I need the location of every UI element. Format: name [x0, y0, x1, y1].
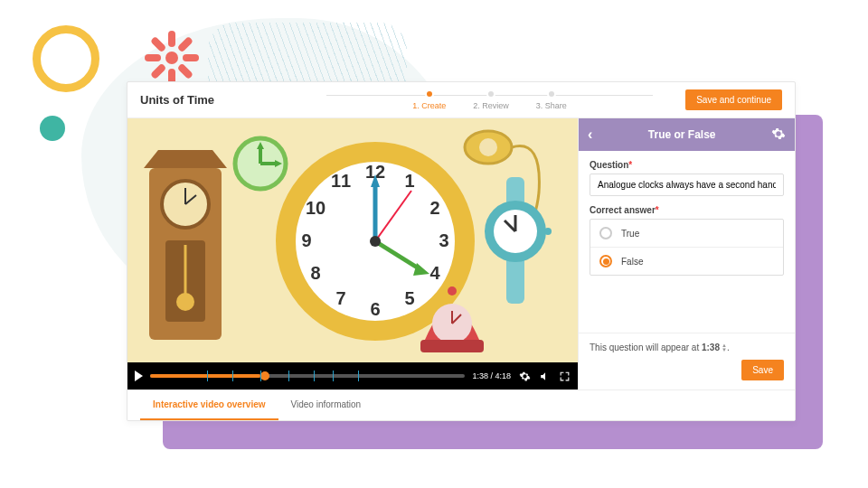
time-display: 1:38 / 4:18 [472, 371, 511, 380]
radio-icon [599, 227, 612, 239]
panel-body: Question* Correct answer* True False [579, 151, 795, 333]
answer-option-false[interactable]: False [590, 248, 783, 275]
panel-header: ‹ True or False [579, 118, 795, 151]
svg-rect-1 [168, 31, 175, 47]
panel-title: True or False [648, 128, 716, 141]
panel-footer: This question will appear at 1:38▲▼. Sav… [579, 333, 795, 389]
back-icon[interactable]: ‹ [588, 127, 592, 143]
progress-handle[interactable] [260, 371, 269, 380]
answer-options: True False [590, 219, 784, 276]
svg-text:5: 5 [404, 288, 414, 308]
svg-point-44 [479, 138, 497, 156]
svg-rect-55 [420, 340, 484, 352]
page-title: Units of Time [140, 93, 294, 107]
save-continue-button[interactable]: Save and continue [685, 89, 782, 110]
stepper-arrows-icon[interactable]: ▲▼ [722, 343, 727, 352]
svg-rect-3 [145, 54, 161, 61]
step-share[interactable]: 3. Share [536, 89, 567, 110]
svg-marker-11 [144, 150, 227, 168]
svg-point-51 [544, 228, 552, 235]
svg-text:10: 10 [306, 198, 326, 218]
video-column: 12 1 2 3 4 5 6 7 8 9 10 11 [127, 118, 578, 389]
gear-icon[interactable] [771, 127, 786, 144]
svg-text:7: 7 [335, 288, 345, 308]
decor-flower-icon [143, 29, 201, 87]
tab-overview[interactable]: Interactive video overview [140, 390, 278, 420]
progress-fill [150, 374, 260, 378]
svg-text:8: 8 [310, 263, 320, 283]
svg-point-17 [176, 293, 194, 311]
svg-point-0 [165, 52, 178, 64]
volume-icon[interactable] [538, 370, 551, 382]
app-header: Units of Time 1. Create 2. Review 3. Sha… [127, 82, 795, 118]
svg-rect-5 [177, 36, 193, 52]
svg-text:3: 3 [439, 230, 448, 250]
fullscreen-icon[interactable] [558, 370, 571, 382]
question-panel: ‹ True or False Question* Correct answer… [578, 118, 795, 389]
step-create[interactable]: 1. Create [412, 89, 446, 110]
save-button[interactable]: Save [741, 360, 784, 380]
svg-text:11: 11 [331, 171, 351, 191]
progress-bar[interactable] [150, 374, 465, 378]
svg-rect-6 [150, 63, 166, 80]
video-frame[interactable]: 12 1 2 3 4 5 6 7 8 9 10 11 [127, 118, 578, 362]
svg-text:9: 9 [301, 230, 311, 250]
question-label: Question* [590, 160, 784, 170]
wizard-steps: 1. Create 2. Review 3. Share [294, 89, 685, 110]
svg-rect-8 [177, 63, 193, 80]
svg-text:1: 1 [404, 171, 414, 191]
app-window: Units of Time 1. Create 2. Review 3. Sha… [127, 81, 796, 421]
settings-icon[interactable] [518, 370, 531, 382]
appear-text: This question will appear at 1:38▲▼. [590, 343, 730, 352]
decor-dot-icon [40, 116, 65, 141]
radio-icon [599, 255, 612, 267]
svg-point-56 [448, 286, 457, 296]
svg-rect-7 [150, 36, 166, 52]
decor-ring-icon [33, 25, 99, 92]
svg-text:4: 4 [429, 263, 440, 283]
tab-video-info[interactable]: Video information [278, 390, 374, 420]
answer-option-true[interactable]: True [590, 220, 783, 248]
tabs: Interactive video overview Video informa… [127, 389, 795, 420]
svg-text:2: 2 [429, 198, 439, 218]
svg-point-42 [370, 236, 381, 247]
step-review[interactable]: 2. Review [473, 89, 509, 110]
video-controls: 1:38 / 4:18 [127, 362, 578, 389]
appear-time-stepper[interactable]: 1:38▲▼ [702, 343, 727, 352]
answer-label: Correct answer* [590, 205, 784, 215]
svg-text:6: 6 [370, 299, 380, 319]
svg-rect-4 [183, 54, 199, 61]
play-button[interactable] [135, 371, 143, 381]
question-input[interactable] [590, 174, 784, 196]
